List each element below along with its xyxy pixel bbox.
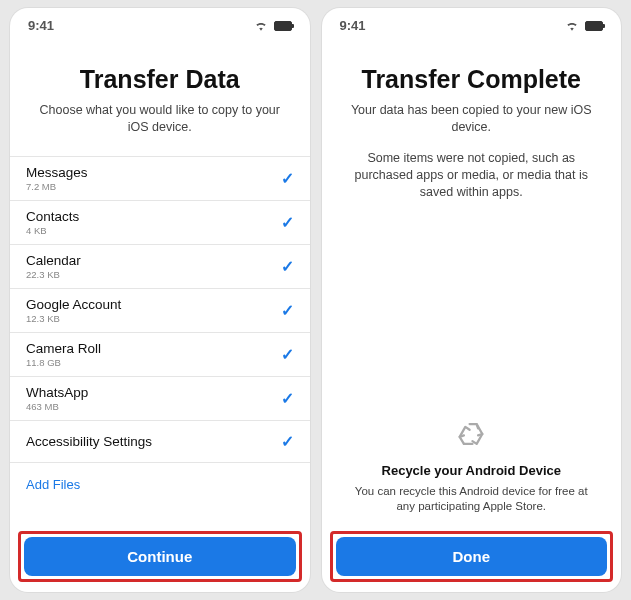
check-icon: ✓ <box>281 213 294 232</box>
done-button[interactable]: Done <box>336 537 608 576</box>
recycle-icon <box>342 417 602 455</box>
list-item[interactable]: Contacts 4 KB ✓ <box>10 201 310 245</box>
spacer <box>322 200 622 417</box>
item-size: 12.3 KB <box>26 313 121 324</box>
phone-transfer-complete: 9:41 Transfer Complete Your data has bee… <box>322 8 622 592</box>
footer: Done <box>322 525 622 592</box>
status-icons <box>565 19 603 33</box>
list-item[interactable]: Messages 7.2 MB ✓ <box>10 157 310 201</box>
button-highlight: Done <box>330 531 614 582</box>
item-size: 7.2 MB <box>26 181 88 192</box>
recycle-title: Recycle your Android Device <box>342 463 602 478</box>
status-time: 9:41 <box>28 18 54 33</box>
battery-icon <box>585 21 603 31</box>
check-icon: ✓ <box>281 169 294 188</box>
list-item[interactable]: Google Account 12.3 KB ✓ <box>10 289 310 333</box>
item-size: 463 MB <box>26 401 88 412</box>
add-files-link[interactable]: Add Files <box>10 463 310 502</box>
check-icon: ✓ <box>281 432 294 451</box>
status-time: 9:41 <box>340 18 366 33</box>
phone-transfer-data: 9:41 Transfer Data Choose what you would… <box>10 8 310 592</box>
list-item[interactable]: Accessibility Settings ✓ <box>10 421 310 463</box>
item-label: Messages <box>26 165 88 180</box>
recycle-text: You can recycle this Android device for … <box>342 484 602 515</box>
item-label: Contacts <box>26 209 79 224</box>
right-content: Transfer Complete Your data has been cop… <box>322 37 622 592</box>
wifi-icon <box>565 19 579 33</box>
continue-button[interactable]: Continue <box>24 537 296 576</box>
left-content: Transfer Data Choose what you would like… <box>10 37 310 592</box>
transfer-list: Messages 7.2 MB ✓ Contacts 4 KB ✓ Calend… <box>10 156 310 525</box>
page-subtitle-2: Some items were not copied, such as purc… <box>322 150 622 201</box>
check-icon: ✓ <box>281 345 294 364</box>
item-label: Camera Roll <box>26 341 101 356</box>
check-icon: ✓ <box>281 257 294 276</box>
item-label: Google Account <box>26 297 121 312</box>
page-title: Transfer Data <box>30 65 290 94</box>
status-bar: 9:41 <box>10 8 310 37</box>
list-item[interactable]: Camera Roll 11.8 GB ✓ <box>10 333 310 377</box>
page-subtitle: Choose what you would like to copy to yo… <box>10 102 310 136</box>
item-label: Calendar <box>26 253 81 268</box>
list-item[interactable]: WhatsApp 463 MB ✓ <box>10 377 310 421</box>
item-size: 11.8 GB <box>26 357 101 368</box>
footer: Continue <box>10 525 310 592</box>
button-highlight: Continue <box>18 531 302 582</box>
page-subtitle: Your data has been copied to your new iO… <box>322 102 622 136</box>
item-label: Accessibility Settings <box>26 434 152 449</box>
item-size: 22.3 KB <box>26 269 81 280</box>
status-icons <box>254 19 292 33</box>
battery-icon <box>274 21 292 31</box>
wifi-icon <box>254 19 268 33</box>
check-icon: ✓ <box>281 301 294 320</box>
status-bar: 9:41 <box>322 8 622 37</box>
recycle-block: Recycle your Android Device You can recy… <box>322 417 622 525</box>
check-icon: ✓ <box>281 389 294 408</box>
item-size: 4 KB <box>26 225 79 236</box>
item-label: WhatsApp <box>26 385 88 400</box>
page-title: Transfer Complete <box>342 65 602 94</box>
list-item[interactable]: Calendar 22.3 KB ✓ <box>10 245 310 289</box>
